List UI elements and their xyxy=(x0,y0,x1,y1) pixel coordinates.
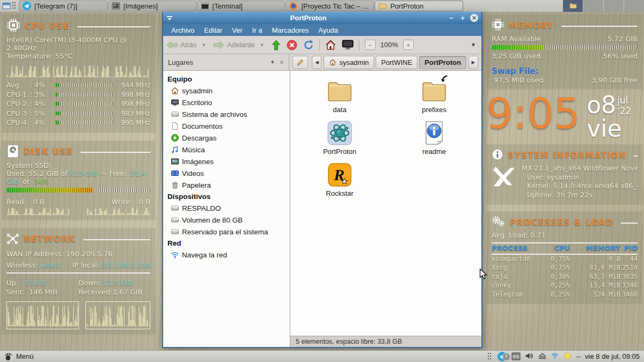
forward-button[interactable] xyxy=(213,41,224,49)
desktop-button[interactable] xyxy=(342,40,354,50)
minimize-button[interactable]: − xyxy=(448,14,455,22)
sidebar-selector[interactable]: Lugares ▼ ✕ xyxy=(163,54,289,70)
sidebar-item-sysadmin[interactable]: sysadmin xyxy=(163,85,290,97)
back-button[interactable] xyxy=(166,41,178,49)
eject-icon[interactable] xyxy=(538,352,546,361)
menu-ayuda[interactable]: Ayuda xyxy=(313,26,343,34)
forward-label[interactable]: Adelante xyxy=(227,41,254,49)
zoom-out-button[interactable]: − xyxy=(365,40,376,50)
file-rockstar[interactable]: R★Rockstar xyxy=(305,162,375,204)
menu-ir-a[interactable]: Ir a xyxy=(247,26,267,34)
weather-icon[interactable] xyxy=(564,352,572,361)
sidebar-item-escritorio[interactable]: Escritorio xyxy=(163,97,290,108)
home-button[interactable] xyxy=(325,40,336,50)
sidebar-item-navega-la-red[interactable]: Navega la red xyxy=(163,249,290,261)
document-icon xyxy=(171,122,179,130)
breadcrumb-portproton[interactable]: PortProton xyxy=(419,56,466,69)
panel-clock[interactable]: vie 8 de jul, 09:05 xyxy=(585,352,640,360)
sidebar-item-label: Música xyxy=(182,146,205,154)
sidebar-item-respaldo[interactable]: RESPALDO xyxy=(163,202,290,214)
sidebar-item-volumen-de-80-gb[interactable]: Volumen de 80 GB xyxy=(163,214,290,226)
status-bar: 5 elementos, espacio libre: 33,8 GB xyxy=(290,336,481,347)
toolbar-overflow-icon[interactable]: ▼ xyxy=(471,42,476,48)
window-menu-icon[interactable] xyxy=(166,13,173,23)
up-button[interactable] xyxy=(272,40,281,50)
taskbar-window-label: [Telegram (7)] xyxy=(34,2,77,10)
breadcrumb-sysadmin[interactable]: sysadmin xyxy=(324,56,374,69)
telegram-tray-icon[interactable]: 7 xyxy=(497,352,507,361)
taskbar-window-telegram-7[interactable]: [Telegram (7)] xyxy=(19,1,107,11)
menu-editar[interactable]: Editar xyxy=(199,26,227,34)
sidebar-item-videos[interactable]: Videos xyxy=(163,167,290,179)
process-row-telegram: Telegram0,25%524 MiB3466 xyxy=(492,290,638,299)
menu-marcadores[interactable]: Marcadores xyxy=(267,26,314,34)
maximize-button[interactable]: + xyxy=(459,14,466,22)
main-pane: dataprefixesPortProtonreadmeR★Rockstar 5… xyxy=(290,71,481,347)
disk-write-graph xyxy=(87,207,150,215)
sidebar-item-label: Videos xyxy=(182,169,204,178)
sidebar-close-icon[interactable]: ✕ xyxy=(279,59,284,66)
menu-archivo[interactable]: Archivo xyxy=(166,26,199,34)
workspace-4[interactable] xyxy=(624,0,644,12)
sidebar-item-sistema-de-archivos[interactable]: Sistema de archivos xyxy=(163,108,290,120)
taskbar-window-im-genes[interactable]: [Imágenes] xyxy=(108,1,196,11)
clock-widget: 9:05 o8jul '22 vie xyxy=(486,90,643,144)
taskbar-window-portproton[interactable]: PortProton xyxy=(375,1,463,11)
back-dropdown-icon[interactable]: ▼ xyxy=(201,42,206,48)
tray-grip[interactable] xyxy=(487,352,492,361)
network-title: NETWORK xyxy=(24,234,76,244)
memory-title: MEMORY xyxy=(509,21,554,31)
sidebar-selector-dropdown-icon[interactable]: ▼ xyxy=(270,60,275,65)
volume-icon[interactable] xyxy=(525,352,534,361)
cpu-row-cpu-4: CPU-4:4%995 MHz xyxy=(6,118,150,128)
reload-button[interactable] xyxy=(303,40,314,50)
sidebar-item-reservado-para-el-sistema[interactable]: Reservado para el sistema xyxy=(163,226,290,238)
zoom-level: 100% xyxy=(380,41,398,49)
process-row-kcompactd0: kcompactd00,75%0 B44 xyxy=(492,255,638,264)
forward-dropdown-icon[interactable]: ▼ xyxy=(260,42,265,48)
desktop-icon xyxy=(171,98,179,107)
close-button[interactable]: ✕ xyxy=(470,14,478,22)
file-prefixes[interactable]: prefixes xyxy=(399,78,469,120)
menu-ver[interactable]: Ver xyxy=(227,26,247,34)
file-data[interactable]: data xyxy=(305,78,375,120)
back-label[interactable]: Atrás xyxy=(180,41,196,49)
scroll-left-button[interactable]: ◀ xyxy=(312,56,321,69)
sidebar-item-label: Escritorio xyxy=(182,99,212,107)
sidebar-item-im-genes[interactable]: Imágenes xyxy=(163,156,290,167)
zoom-in-button[interactable]: + xyxy=(403,40,414,50)
taskbar-grip[interactable] xyxy=(12,2,16,10)
taskbar-window-proyecto-tic-tac-blo[interactable]: [Proyecto Tic Tac – Blo... xyxy=(286,1,374,11)
stop-button[interactable] xyxy=(287,40,297,50)
window-titlebar[interactable]: PortProton − + ✕ xyxy=(163,12,481,24)
cpu-row-avg: Avg.:4%944 MHz xyxy=(6,80,150,90)
file-portproton[interactable]: PortProton xyxy=(305,120,375,162)
telegram-badge: 7 xyxy=(502,353,510,361)
info-icon xyxy=(492,149,503,162)
sidebar-item-m-sica[interactable]: Música xyxy=(163,144,290,156)
sidebar-item-documentos[interactable]: Documentos xyxy=(163,120,290,132)
desktop-background: [Telegram (7)][Imágenes][Terminal][Proye… xyxy=(0,0,644,362)
workspace-1[interactable] xyxy=(562,0,583,12)
sidebar-item-descargas[interactable]: Descargas xyxy=(163,132,290,144)
menu-button[interactable]: Menú xyxy=(16,352,34,360)
edit-path-button[interactable] xyxy=(292,56,308,69)
sidebar-item-papelera[interactable]: Papelera xyxy=(163,179,290,191)
workspace-3[interactable] xyxy=(603,0,624,12)
system-distro: MX-21.1_ahs_x64 Wildflower November 22, … xyxy=(522,164,638,173)
path-row: Lugares ▼ ✕ ◀ sysadminPortWINEPortProton… xyxy=(163,54,481,71)
workspace-2[interactable] xyxy=(583,0,603,12)
breadcrumb-portwine[interactable]: PortWINE xyxy=(376,56,418,69)
sidebar-item-label: RESPALDO xyxy=(182,204,221,212)
clock-day: o8 xyxy=(587,95,616,115)
scroll-right-button[interactable]: ▶ xyxy=(469,56,478,69)
taskbar-window-terminal[interactable]: [Terminal] xyxy=(197,1,286,11)
file-label: PortProton xyxy=(323,147,356,156)
bottom-panel: Menú 7 es -- vie 8 de jul, 09:05 xyxy=(0,350,644,362)
file-label: readme xyxy=(422,147,446,156)
ram-usage-bar xyxy=(492,45,638,50)
file-readme[interactable]: readme xyxy=(399,120,469,162)
cpu-core-list: Avg.:4%944 MHzCPU-1:3%998 MHzCPU-2:4%998… xyxy=(6,80,150,128)
wifi-icon[interactable] xyxy=(551,352,559,361)
keyboard-layout[interactable]: es xyxy=(511,352,521,360)
